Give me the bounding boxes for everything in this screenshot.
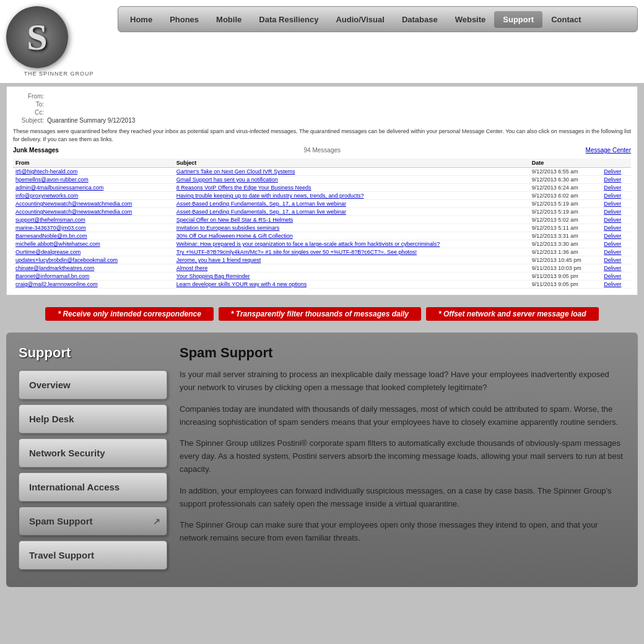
message-count: 94 Messages bbox=[304, 147, 341, 154]
table-row: support@thehelmsman.com Special Offer on… bbox=[13, 216, 631, 224]
cc-label: Cc: bbox=[13, 109, 44, 116]
navigation: Home Phones Mobile Data Resiliency Audio… bbox=[118, 6, 638, 32]
table-row: chinate@landmarktheatres.com Almost ther… bbox=[13, 264, 631, 272]
email-date: 9/12/2013 6:24 am bbox=[529, 184, 602, 192]
col-subject: Subject bbox=[174, 159, 529, 168]
email-subject[interactable]: Try +%UTF-8?B?9cmly4kAm/Mc?= #1 site for… bbox=[174, 248, 529, 256]
email-subject[interactable]: Almost there bbox=[174, 264, 529, 272]
email-date: 9/11/2013 10:03 pm bbox=[529, 264, 602, 272]
email-subject[interactable]: Asset-Based Lending Fundamentals, Sep. 1… bbox=[174, 200, 529, 208]
table-row: hpemellns@avon-rubber.com Gmail Support … bbox=[13, 176, 631, 184]
email-subject[interactable]: Special Offer on New Bell Star & RS-1 He… bbox=[174, 216, 529, 224]
logo-circle: S bbox=[6, 6, 68, 68]
email-from[interactable]: marine-3436370@jm03.com bbox=[13, 224, 174, 232]
email-subject[interactable]: 8 Reasons VoIP Offers the Edge Your Busi… bbox=[174, 184, 529, 192]
nav-data-resiliency[interactable]: Data Resiliency bbox=[250, 11, 327, 28]
nav-database[interactable]: Database bbox=[393, 11, 446, 28]
junk-table: From Subject Date it5@hightech-herald.co… bbox=[13, 159, 631, 289]
table-row: BarnesandNoble@m.bn.com 30% Off Our Hall… bbox=[13, 232, 631, 240]
email-subject[interactable]: Gartner's Take on Next Gen Cloud IVR Sys… bbox=[174, 168, 529, 176]
col-date: Date bbox=[529, 159, 602, 168]
deliver-link[interactable]: Deliver bbox=[601, 216, 631, 224]
deliver-link[interactable]: Deliver bbox=[601, 168, 631, 176]
table-row: michelle.abbott@whitehatsec.com Webinar:… bbox=[13, 240, 631, 248]
content-paragraph: Companies today are inundated with thous… bbox=[180, 403, 625, 429]
email-subject-row: Subject: Quarantine Summary 9/12/2013 bbox=[13, 117, 631, 124]
email-from[interactable]: Baronet@informamail.bn.com bbox=[13, 272, 174, 281]
email-subject[interactable]: Asset-Based Lending Fundamentals, Sep. 1… bbox=[174, 208, 529, 216]
email-date: 9/12/2013 5:19 am bbox=[529, 208, 602, 216]
deliver-link[interactable]: Deliver bbox=[601, 208, 631, 216]
email-subject[interactable]: Learn developer skills YOUR way with 4 n… bbox=[174, 281, 529, 289]
email-subject[interactable]: Jerome, you have 1 friend request bbox=[174, 256, 529, 264]
email-date: 9/12/2013 3:31 am bbox=[529, 232, 602, 240]
content-paragraph: The Spinner Group can make sure that you… bbox=[180, 519, 625, 545]
email-date: 9/12/2013 6:30 am bbox=[529, 176, 602, 184]
email-subject[interactable]: Having trouble keeping up to date with i… bbox=[174, 192, 529, 200]
sidebar-btn-overview[interactable]: Overview bbox=[19, 370, 167, 399]
feature-bullets: * Receive only intended correspondence* … bbox=[6, 305, 638, 323]
table-row: marine-3436370@jm03.com Invitation to Eu… bbox=[13, 224, 631, 232]
active-indicator-icon: ↗ bbox=[153, 516, 160, 526]
table-row: updates+lucybrobdin@facebookmail.com Jer… bbox=[13, 256, 631, 264]
email-from[interactable]: craig@mail2.learnnowonline.com bbox=[13, 281, 174, 289]
deliver-link[interactable]: Deliver bbox=[601, 248, 631, 256]
content-paragraph: In addition, your employees can forward … bbox=[180, 485, 625, 511]
email-from[interactable]: AccountingNewswatch@newswatchmedia.com bbox=[13, 200, 174, 208]
table-row: admin@4mailbusinessamerica.com 8 Reasons… bbox=[13, 184, 631, 192]
deliver-link[interactable]: Deliver bbox=[601, 272, 631, 281]
email-from[interactable]: it5@hightech-herald.com bbox=[13, 168, 174, 176]
support-section-title: Support bbox=[19, 345, 167, 361]
email-subject[interactable]: Your Shopping Bag Reminder bbox=[174, 272, 529, 281]
deliver-link[interactable]: Deliver bbox=[601, 281, 631, 289]
nav-audio-visual[interactable]: Audio/Visual bbox=[327, 11, 393, 28]
deliver-link[interactable]: Deliver bbox=[601, 176, 631, 184]
email-from-row: From: bbox=[13, 93, 631, 100]
email-from[interactable]: BarnesandNoble@m.bn.com bbox=[13, 232, 174, 240]
content-paragraph: Is your mail server straining to process… bbox=[180, 368, 625, 394]
sidebar-btn-travel-support[interactable]: Travel Support bbox=[19, 541, 167, 570]
email-from[interactable]: michelle.abbott@whitehatsec.com bbox=[13, 240, 174, 248]
message-center-link[interactable]: Message Center bbox=[586, 147, 631, 154]
deliver-link[interactable]: Deliver bbox=[601, 200, 631, 208]
support-sidebar: Support OverviewHelp DeskNetwork Securit… bbox=[19, 345, 167, 575]
email-subject[interactable]: 30% Off Our Halloween Home & Gift Collec… bbox=[174, 232, 529, 240]
deliver-link[interactable]: Deliver bbox=[601, 256, 631, 264]
table-row: AccountingNewswatch@newswatchmedia.com A… bbox=[13, 200, 631, 208]
email-date: 9/12/2013 3:30 am bbox=[529, 240, 602, 248]
deliver-link[interactable]: Deliver bbox=[601, 184, 631, 192]
nav-support[interactable]: Support bbox=[494, 11, 542, 28]
email-from[interactable]: hpemellns@avon-rubber.com bbox=[13, 176, 174, 184]
email-from[interactable]: Ourtime@dealgrease.com bbox=[13, 248, 174, 256]
email-date: 9/12/2013 5:11 am bbox=[529, 224, 602, 232]
email-subject[interactable]: Invitation to European subsidies seminar… bbox=[174, 224, 529, 232]
email-subject[interactable]: Gmail Support has sent you a notificatio… bbox=[174, 176, 529, 184]
table-row: info@proxynetworks.com Having trouble ke… bbox=[13, 192, 631, 200]
junk-label: Junk Messages bbox=[13, 147, 59, 154]
email-from[interactable]: updates+lucybrobdin@facebookmail.com bbox=[13, 256, 174, 264]
col-action bbox=[601, 159, 631, 168]
deliver-link[interactable]: Deliver bbox=[601, 232, 631, 240]
deliver-link[interactable]: Deliver bbox=[601, 224, 631, 232]
email-from[interactable]: chinate@landmarktheatres.com bbox=[13, 264, 174, 272]
email-from[interactable]: info@proxynetworks.com bbox=[13, 192, 174, 200]
feature-bullet: * Offset network and server message load bbox=[426, 307, 599, 321]
email-subject[interactable]: Webinar: How prepared is your organizati… bbox=[174, 240, 529, 248]
sidebar-btn-network-security[interactable]: Network Security bbox=[19, 438, 167, 468]
nav-mobile[interactable]: Mobile bbox=[207, 11, 250, 28]
sidebar-btn-international-access[interactable]: International Access bbox=[19, 472, 167, 502]
nav-home[interactable]: Home bbox=[121, 11, 161, 28]
feature-bullet: * Transparently filter thousands of mess… bbox=[219, 307, 421, 321]
email-from[interactable]: admin@4mailbusinessamerica.com bbox=[13, 184, 174, 192]
nav-website[interactable]: Website bbox=[446, 11, 495, 28]
email-from[interactable]: AccountingNewswatch@newswatchmedia.com bbox=[13, 208, 174, 216]
support-section: Support OverviewHelp DeskNetwork Securit… bbox=[6, 333, 638, 587]
deliver-link[interactable]: Deliver bbox=[601, 192, 631, 200]
nav-phones[interactable]: Phones bbox=[161, 11, 207, 28]
email-from[interactable]: support@thehelmsman.com bbox=[13, 216, 174, 224]
nav-contact[interactable]: Contact bbox=[542, 11, 590, 28]
sidebar-btn-help-desk[interactable]: Help Desk bbox=[19, 404, 167, 433]
sidebar-btn-spam-support[interactable]: Spam Support↗ bbox=[19, 507, 167, 536]
deliver-link[interactable]: Deliver bbox=[601, 264, 631, 272]
deliver-link[interactable]: Deliver bbox=[601, 240, 631, 248]
